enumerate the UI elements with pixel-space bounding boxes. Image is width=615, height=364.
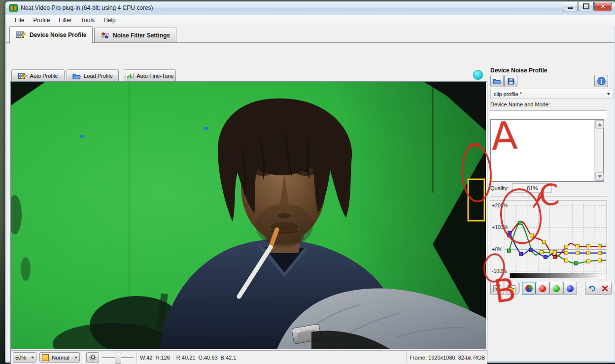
- quality-row: Quality: 81%: [490, 183, 552, 193]
- minimize-button[interactable]: [563, 2, 578, 11]
- film-pencil-icon: [16, 31, 26, 38]
- load-profile-button[interactable]: Load Profile: [67, 69, 119, 82]
- noise-equalizer-graph[interactable]: +200%+100%+0%-100%: [490, 200, 607, 279]
- preview-status-bar: 50% Normal: [11, 350, 487, 364]
- close-button[interactable]: ✕: [594, 2, 612, 11]
- luminance-ramp: [510, 273, 605, 278]
- menu-file[interactable]: File: [10, 15, 29, 25]
- zoom-select[interactable]: 50%: [13, 352, 36, 363]
- noise-levels-view-button[interactable]: [490, 282, 504, 295]
- blend-swatch-icon: [42, 354, 49, 361]
- svg-text:+0%: +0%: [492, 246, 502, 252]
- open-folder-icon: [72, 73, 81, 79]
- blue-channel-button[interactable]: [563, 282, 577, 295]
- quality-value: 81%: [527, 185, 538, 191]
- red-ball-icon: [539, 285, 546, 292]
- channels-view-button[interactable]: [505, 282, 518, 295]
- maximize-icon: [583, 3, 589, 9]
- floppy-disk-icon: [508, 78, 514, 85]
- reset-profile-button[interactable]: [598, 282, 612, 295]
- tab-label: Device Noise Profile: [30, 32, 86, 38]
- separator: [173, 353, 173, 363]
- quality-value-field: 81%: [512, 183, 552, 193]
- arrow-down-icon: [598, 175, 602, 178]
- separator: [406, 353, 407, 363]
- sun-icon: [89, 354, 97, 361]
- color-histogram-icon: [508, 285, 515, 292]
- button-label: Auto Profile: [30, 73, 58, 79]
- desktop: Neat Video Pro plug-in (64-bit; using 4 …: [0, 0, 615, 364]
- green-channel-button[interactable]: [549, 282, 563, 295]
- blend-mode-select[interactable]: Normal: [39, 352, 80, 363]
- open-profile-button[interactable]: [490, 75, 504, 87]
- red-readout: R:40.21: [176, 355, 196, 361]
- arrow-up-icon: [598, 123, 602, 126]
- profile-name: clip profile *: [494, 91, 522, 97]
- svg-text:+100%: +100%: [492, 224, 508, 230]
- scroll-down-button[interactable]: [595, 172, 604, 181]
- slider-thumb[interactable]: [115, 353, 121, 364]
- menu-help[interactable]: Help: [99, 15, 120, 25]
- title-bar[interactable]: Neat Video Pro plug-in (64-bit; using 4 …: [5, 1, 615, 15]
- app-icon: [9, 4, 18, 12]
- equalizer-curves: +200%+100%+0%-100%: [490, 200, 607, 279]
- menu-bar: File Profile Filter Tools Help: [5, 15, 615, 26]
- info-icon: [597, 77, 606, 85]
- brightness-toggle-button[interactable]: [86, 352, 99, 363]
- quality-label: Quality:: [490, 185, 509, 191]
- menu-profile[interactable]: Profile: [29, 15, 54, 25]
- height-readout: H:126: [155, 355, 170, 361]
- auto-profile-button[interactable]: Auto Profile: [11, 69, 65, 82]
- maximize-button[interactable]: [579, 2, 594, 11]
- preview-area: 50% Normal: [10, 81, 487, 364]
- red-channel-button[interactable]: [536, 282, 549, 295]
- frame-info: Frame: 1920x1080, 32-bit RGB: [410, 355, 485, 361]
- tab-page: Device Noise Profile Noise Filter Settin…: [6, 26, 615, 361]
- tab-device-noise-profile[interactable]: Device Noise Profile: [9, 26, 93, 43]
- close-icon: ✕: [600, 3, 605, 10]
- device-name-field[interactable]: [490, 110, 607, 119]
- menu-filter[interactable]: Filter: [54, 15, 76, 25]
- tab-noise-filter-settings[interactable]: Noise Filter Settings: [94, 28, 176, 43]
- zoom-value: 50%: [15, 355, 26, 361]
- sliders-icon: [101, 32, 109, 39]
- separator: [519, 283, 520, 293]
- green-readout: G:40.63: [198, 355, 217, 361]
- listbox-scrollbar[interactable]: [594, 120, 603, 181]
- video-frame[interactable]: [11, 82, 486, 349]
- app-window: Neat Video Pro plug-in (64-bit; using 4 …: [5, 1, 615, 363]
- nose-shadow: [278, 213, 291, 218]
- svg-text:+200%: +200%: [492, 202, 508, 208]
- device-label: Device Name and Mode:: [490, 101, 550, 107]
- blend-mode-value: Normal: [52, 355, 69, 361]
- levels-chart-icon: [493, 285, 501, 292]
- separator: [83, 353, 83, 363]
- svg-text:-100%: -100%: [492, 268, 507, 274]
- button-label: Auto Fine-Tune: [137, 73, 173, 79]
- tracking-marker: [204, 127, 208, 130]
- profile-status-indicator: [473, 70, 483, 80]
- blue-ball-icon: [567, 285, 574, 292]
- menu-tools[interactable]: Tools: [76, 15, 99, 25]
- info-button[interactable]: [594, 75, 608, 87]
- scroll-up-button[interactable]: [595, 120, 604, 129]
- brightness-slider[interactable]: [102, 353, 134, 363]
- rgb-channels-button[interactable]: [522, 282, 536, 295]
- open-folder-icon: [493, 78, 501, 84]
- save-profile-button[interactable]: [504, 75, 517, 87]
- tab-label: Noise Filter Settings: [113, 32, 170, 39]
- undo-button[interactable]: [585, 282, 599, 295]
- green-ball-icon: [553, 285, 560, 292]
- device-noise-profile-panel: Device Noise Profile: [490, 67, 608, 75]
- auto-fine-tune-button[interactable]: Auto Fine-Tune: [124, 69, 176, 82]
- device-mode-listbox[interactable]: [490, 119, 604, 182]
- button-label: Load Profile: [84, 73, 113, 79]
- separator: [137, 353, 137, 363]
- panel-title: Device Noise Profile: [490, 67, 608, 74]
- blue-readout: B:42.1: [221, 355, 237, 361]
- profile-select[interactable]: clip profile *: [490, 89, 614, 99]
- window-title: Neat Video Pro plug-in (64-bit; using 4 …: [21, 4, 153, 11]
- separator: [490, 196, 608, 197]
- edge-smudge: [21, 257, 31, 281]
- film-pencil-icon: [18, 72, 27, 79]
